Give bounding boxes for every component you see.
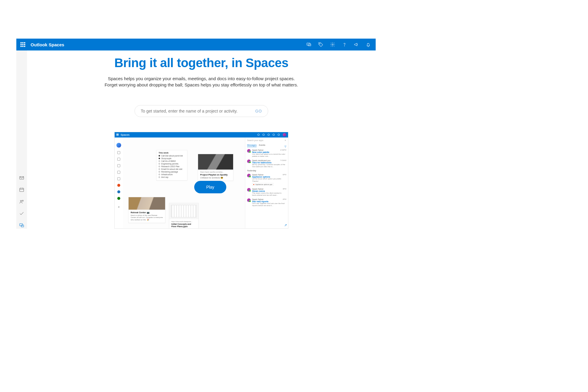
preview-filter-icon: ▽ [284,145,286,148]
preview-excel-icon [117,197,120,200]
preview-rail: » [115,137,123,228]
preview-spotify-card: https://open.spotify.com/play... Project… [198,154,233,181]
preview-spotify-title: Project Playlist on Spotify [200,173,231,176]
preview-todo-card: This week Call Dan about punch-listStory… [156,150,187,181]
calendar-icon[interactable] [19,187,24,192]
preview-settings-icon [268,134,270,136]
preview-spotify-image [198,154,233,170]
tag-icon[interactable] [318,42,323,47]
preview-search-placeholder: Search your apps [247,139,263,141]
preview-plans-image [169,203,198,219]
preview-rail-avatar [116,143,121,148]
preview-title: Spaces [121,133,129,136]
svg-point-2 [320,43,320,44]
preview-powerpoint-icon [117,184,120,187]
settings-icon[interactable] [330,42,335,47]
preview-todo-item: Email Em about site visit [159,168,185,170]
preview-retreat-image [129,197,165,210]
preview-rail-icon [117,158,120,161]
preview-plans-title: Initial Concepts and Floor Plans.pptx [171,223,196,228]
svg-rect-6 [20,188,24,192]
preview-message: Sarah Fahrer2:56PMNew color paletteOur c… [247,149,286,157]
preview-chat-icon [257,134,260,136]
preview-word-icon [117,190,120,193]
chat-icon[interactable] [306,42,312,47]
preview-tab-messages: Messages [247,144,257,147]
preview-close-icon: ✕ [284,139,286,142]
people-icon[interactable] [19,199,24,204]
preview-section-yesterday: Yesterday [247,170,286,172]
left-rail [16,50,27,229]
svg-rect-1 [308,44,311,46]
svg-rect-5 [20,177,24,179]
svg-point-8 [22,200,23,201]
preview-retreat-subtitle: Here's a photo of the new Retreat Center… [131,214,163,221]
tasks-icon[interactable] [19,211,24,216]
preview-app-launcher-icon [116,134,119,136]
hero-subtitle: Spaces helps you organize your emails, m… [103,75,299,88]
preview-todo-item: Engineering permits [159,163,185,165]
preview-spotify-url: https://open.spotify.com/play... [200,171,231,173]
preview-todo-item: Research LEED Plan [159,165,185,167]
preview-message: Sarah Fahrer3PMSteam ovensThe steam oven… [247,188,286,196]
preview-todo-header: This week [159,152,185,154]
preview-todo-item: Call Iris of MM02 [159,160,185,162]
preview-rail-icon [117,171,120,174]
preview-todo-item: Infrastructure [159,173,185,176]
svg-point-4 [344,46,344,46]
help-icon[interactable] [342,42,347,47]
hero-title: Bring it all together, in Spaces [114,56,288,70]
preview-todo-item: Rendering package [159,171,185,173]
preview-expand-icon: » [118,205,120,208]
preview-retreat-title: Retreat Center 📷 [131,211,163,214]
svg-point-3 [332,44,333,45]
play-button[interactable]: Play [194,181,226,193]
preview-plans-subtitle: We initially set out to create a volume … [171,228,196,229]
preview-rail-icon [117,164,120,167]
preview-plans-url: https://microsoft.sharepoint.... [171,221,196,222]
mail-icon[interactable] [19,175,24,181]
preview-plans-card: https://microsoft.sharepoint.... Initial… [169,203,199,229]
preview-todo-item: And cap [159,176,185,178]
preview-help-icon [273,134,275,136]
preview-message: Sarah Fahrer2PMSite visit reportsLet's s… [247,198,286,207]
preview-side-panel: Search your apps✕ Messages Events ▽ Sara… [245,137,288,228]
preview-bell-icon [263,134,265,136]
preview-image: Spaces [114,132,288,229]
svg-point-7 [20,200,22,202]
preview-spotify-subtitle: Chillwave for architects 😎 [200,177,231,179]
megaphone-icon[interactable] [354,42,359,47]
preview-message: Sarah Fahrer6PMAppliance optionsLet me k… [247,174,286,186]
preview-rail-icon [117,151,120,154]
go-button[interactable]: GO [255,109,262,113]
preview-rail-icon [117,177,120,180]
preview-todo-item: Call Dan about punch-list [159,155,185,157]
project-name-field[interactable]: GO [135,105,268,117]
app-title: Outlook Spaces [31,42,64,47]
project-name-input[interactable] [141,109,255,113]
preview-smile-icon [278,134,280,136]
bell-icon[interactable] [366,42,371,47]
top-bar: Outlook Spaces [16,39,376,50]
preview-avatar [283,133,286,137]
svg-rect-0 [307,43,310,45]
preview-message: Sarah mentioned you7:03AMTiles for bathr… [247,159,286,168]
app-launcher-icon[interactable] [20,42,25,47]
preview-todo-item: Storycouple [159,157,185,159]
main-content: Bring it all together, in Spaces Spaces … [27,50,376,229]
preview-tab-events: Events [259,144,265,147]
preview-retreat-card: Retreat Center 📷 Here's a photo of the n… [128,197,165,223]
spaces-icon[interactable] [19,223,24,228]
preview-expand-arrow-icon: ↗ [284,223,287,227]
